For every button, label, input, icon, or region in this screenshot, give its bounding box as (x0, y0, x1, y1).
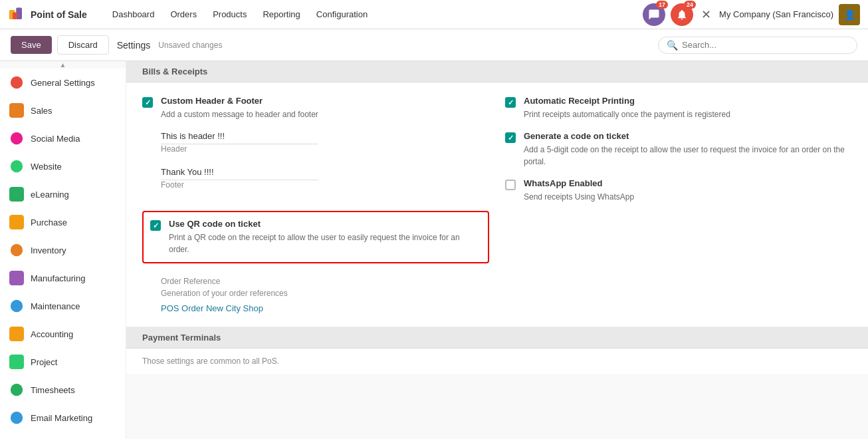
svg-rect-7 (9, 187, 24, 202)
message-icon (648, 9, 660, 21)
order-reference-section: Order Reference Generation of your order… (142, 277, 489, 313)
sidebar-item-maintenance[interactable]: Maintenance (0, 292, 126, 320)
auto-receipt-setting: Automatic Receipt Printing Print receipt… (505, 96, 852, 120)
svg-rect-12 (9, 327, 24, 341)
bills-receipts-title: Bills & Receipts (142, 67, 207, 76)
menu-products[interactable]: Products (206, 5, 253, 23)
search-icon: 🔍 (667, 40, 678, 51)
footer-field: Thank You !!!! Footer (161, 164, 318, 190)
custom-hf-checkbox[interactable] (142, 97, 153, 108)
user-avatar[interactable]: 👤 (839, 4, 860, 25)
sidebar-item-general-settings[interactable]: General Settings (0, 69, 126, 96)
sidebar-item-label: Inventory (31, 245, 66, 255)
menu-reporting[interactable]: Reporting (256, 5, 306, 23)
svg-point-9 (11, 244, 23, 256)
svg-point-15 (11, 412, 23, 424)
maintenance-icon (9, 299, 24, 313)
sidebar-item-sales[interactable]: Sales (0, 96, 126, 124)
custom-header-footer-setting: Custom Header & Footer Add a custom mess… (142, 96, 489, 200)
sidebar-item-label: Accounting (31, 329, 73, 339)
search-box[interactable]: 🔍 (658, 37, 857, 54)
qr-code-checkbox-checked[interactable] (150, 220, 161, 231)
auto-receipt-title: Automatic Receipt Printing (524, 96, 730, 106)
activities-button[interactable]: 24 (671, 3, 693, 26)
whatsapp-content: WhatsApp Enabled Send receipts Using Wha… (524, 178, 634, 203)
sidebar-item-label: Project (31, 357, 57, 367)
custom-hf-content: Custom Header & Footer Add a custom mess… (161, 96, 318, 200)
sidebar-item-social-media[interactable]: Social Media (0, 124, 126, 152)
sidebar-item-website[interactable]: Website (0, 152, 126, 180)
page-title: Settings (117, 40, 151, 51)
whatsapp-checkbox[interactable] (505, 180, 516, 190)
save-button[interactable]: Save (11, 36, 52, 54)
general-settings-icon (9, 75, 24, 90)
main-menu: Dashboard Orders Products Reporting Conf… (106, 5, 643, 23)
close-icon[interactable]: ✕ (699, 5, 714, 25)
header-value: This is header !!! (161, 128, 318, 144)
messages-badge: 17 (656, 1, 668, 9)
menu-configuration[interactable]: Configuration (310, 5, 374, 23)
order-ref-link[interactable]: POS Order New City Shop (161, 303, 263, 313)
top-navigation: Point of Sale Dashboard Orders Products … (0, 0, 868, 29)
whatsapp-checkbox-empty[interactable] (505, 180, 516, 190)
sidebar-item-label: Purchase (31, 218, 67, 227)
qr-code-desc: Print a QR code on the receipt to allow … (169, 231, 481, 255)
sidebar-item-accounting[interactable]: Accounting (0, 320, 126, 348)
pos-logo-icon (8, 5, 27, 24)
svg-rect-8 (9, 215, 24, 229)
unsaved-changes-label: Unsaved changes (158, 41, 222, 50)
svg-point-14 (11, 384, 23, 396)
inventory-icon (9, 243, 24, 257)
menu-orders[interactable]: Orders (163, 5, 203, 23)
svg-point-6 (11, 160, 23, 172)
project-icon (9, 355, 24, 369)
sidebar-item-inventory[interactable]: Inventory (0, 236, 126, 264)
company-name: My Company (San Francisco) (719, 9, 833, 19)
sidebar-item-label: eLearning (31, 190, 69, 200)
whatsapp-title: WhatsApp Enabled (524, 178, 634, 188)
sidebar-item-label: Maintenance (31, 301, 80, 311)
sidebar-item-manufacturing[interactable]: Manufacturing (0, 264, 126, 292)
generate-code-checkbox-checked[interactable] (505, 132, 516, 143)
payment-terminals-title: Payment Terminals (142, 333, 221, 343)
auto-receipt-checkbox[interactable] (505, 97, 516, 108)
sidebar-item-employees[interactable]: Employees (0, 432, 126, 439)
email-marketing-icon (9, 410, 24, 425)
payment-terminals-header: Payment Terminals (126, 327, 868, 349)
qr-code-content: Use QR code on ticket Print a QR code on… (169, 219, 481, 255)
content-area: Bills & Receipts Custom Header & Footer … (126, 61, 868, 439)
sidebar-item-label: General Settings (31, 78, 95, 88)
accounting-icon (9, 327, 24, 341)
sidebar-item-purchase[interactable]: Purchase (0, 208, 126, 236)
svg-point-5 (11, 132, 23, 144)
sidebar-scroll-up[interactable]: ▲ (0, 61, 126, 69)
settings-toolbar: Save Discard Settings Unsaved changes 🔍 (0, 29, 868, 61)
sidebar-item-label: Website (31, 162, 62, 172)
website-icon (9, 159, 24, 174)
sales-icon (9, 103, 24, 118)
svg-rect-10 (9, 271, 24, 285)
auto-receipt-checkbox-checked[interactable] (505, 97, 516, 108)
sidebar-item-email-marketing[interactable]: Email Marketing (0, 404, 126, 432)
order-ref-sublabel: Generation of your order references (161, 289, 489, 298)
search-input[interactable] (682, 40, 849, 50)
svg-rect-2 (13, 12, 17, 19)
custom-hf-checkbox-checked[interactable] (142, 97, 153, 108)
discard-button[interactable]: Discard (57, 35, 109, 55)
sidebar-item-timesheets[interactable]: Timesheets (0, 376, 126, 404)
activities-badge: 24 (684, 1, 696, 9)
sidebar-item-project[interactable]: Project (0, 348, 126, 376)
app-logo[interactable]: Point of Sale (8, 5, 100, 24)
timesheets-icon (9, 382, 24, 397)
generate-code-checkbox[interactable] (505, 132, 516, 143)
auto-receipt-content: Automatic Receipt Printing Print receipt… (524, 96, 730, 120)
messages-button[interactable]: 17 (643, 3, 665, 26)
qr-code-checkbox[interactable] (150, 220, 161, 231)
sidebar-item-elearning[interactable]: eLearning (0, 180, 126, 208)
generate-code-title: Generate a code on ticket (524, 131, 852, 141)
sidebar-item-label: Email Marketing (31, 413, 92, 423)
topnav-right-area: 17 24 ✕ My Company (San Francisco) 👤 (643, 3, 860, 26)
menu-dashboard[interactable]: Dashboard (106, 5, 162, 23)
sidebar: ▲ General Settings Sales Social Media We… (0, 61, 126, 439)
main-layout: ▲ General Settings Sales Social Media We… (0, 61, 868, 439)
